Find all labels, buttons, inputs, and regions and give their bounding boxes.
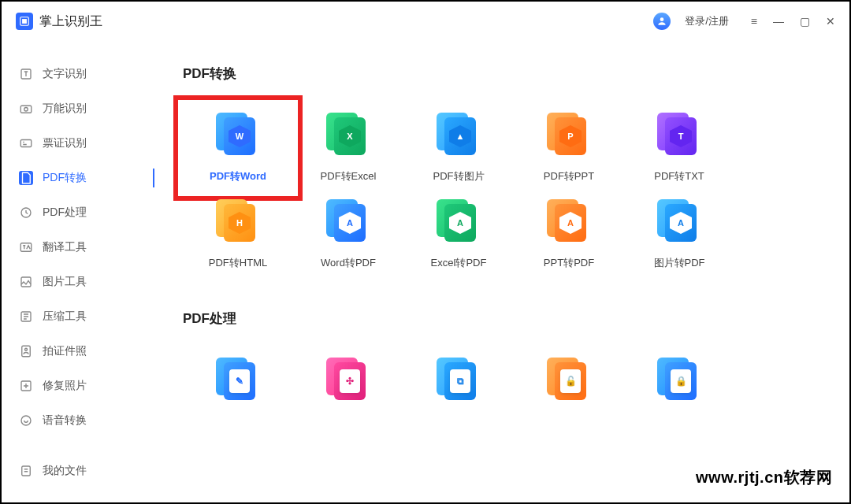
word-pdf-icon: A: [326, 199, 370, 243]
card-word-to-pdf[interactable]: A Word转PDF: [293, 191, 403, 278]
camera-icon: [19, 102, 33, 116]
sidebar-item-image-tools[interactable]: 图片工具: [2, 265, 154, 299]
sidebar: 文字识别 万能识别 票证识别 PDF转换 PDF处理 翻译工具 图片工具 压缩: [2, 41, 155, 502]
pdf-html-icon: H: [216, 199, 260, 243]
ticket-icon: [19, 136, 33, 150]
card-pdf-lock[interactable]: 🔒: [624, 350, 734, 410]
card-label: PDF转HTML: [209, 256, 267, 270]
sidebar-item-label: 拍证件照: [43, 344, 87, 358]
pdf-merge-icon: ⧉: [437, 358, 481, 402]
sidebar-item-label: 我的文件: [43, 464, 87, 478]
card-pdf-to-excel[interactable]: X PDF转Excel: [293, 105, 403, 191]
app-logo: [16, 13, 33, 30]
maximize-button[interactable]: ▢: [800, 15, 810, 28]
text-icon: [19, 67, 33, 81]
sidebar-item-label: 图片工具: [43, 275, 87, 289]
card-label: 图片转PDF: [654, 256, 705, 270]
sidebar-item-label: 票证识别: [43, 136, 87, 150]
card-label: PPT转PDF: [544, 256, 594, 270]
sidebar-item-label: 压缩工具: [43, 309, 87, 324]
sidebar-item-ticket-ocr[interactable]: 票证识别: [2, 126, 154, 161]
sidebar-item-label: PDF转换: [43, 171, 87, 185]
card-pdf-split[interactable]: ✣: [293, 350, 403, 410]
image-icon: [19, 275, 33, 289]
voice-icon: [19, 413, 33, 428]
card-image-to-pdf[interactable]: A 图片转PDF: [624, 191, 734, 278]
close-button[interactable]: ✕: [826, 15, 835, 28]
card-pdf-to-word[interactable]: W PDF转Word: [183, 105, 293, 191]
sidebar-item-label: 语音转换: [43, 413, 87, 428]
svg-rect-15: [22, 466, 31, 476]
sidebar-item-my-files[interactable]: 我的文件: [2, 454, 154, 488]
svg-point-12: [25, 348, 28, 350]
svg-rect-11: [22, 346, 31, 357]
svg-rect-1: [22, 19, 27, 24]
svg-rect-4: [20, 106, 32, 113]
id-photo-icon: [19, 344, 33, 358]
card-label: PDF转图片: [433, 169, 485, 183]
pdf-txt-icon: T: [657, 113, 701, 157]
sidebar-item-label: 翻译工具: [43, 240, 87, 254]
section-title-process: PDF处理: [183, 309, 822, 328]
repair-icon: [19, 379, 33, 393]
excel-pdf-icon: A: [437, 199, 481, 243]
svg-point-5: [24, 108, 28, 112]
minimize-button[interactable]: —: [773, 15, 784, 28]
translate-icon: [19, 240, 33, 254]
card-pdf-unlock[interactable]: 🔓: [514, 350, 624, 410]
pdf-split-icon: ✣: [326, 358, 370, 402]
sidebar-item-repair-photo[interactable]: 修复照片: [2, 369, 154, 403]
pdf-edit-icon: ✎: [216, 358, 260, 402]
card-excel-to-pdf[interactable]: A Excel转PDF: [403, 191, 514, 278]
sidebar-item-label: 文字识别: [43, 67, 87, 81]
sidebar-item-compress[interactable]: 压缩工具: [2, 299, 154, 334]
sidebar-item-label: 修复照片: [43, 379, 87, 393]
card-label: PDF转Word: [210, 169, 266, 183]
card-label: PDF转Excel: [321, 169, 377, 183]
card-label: PDF转TXT: [654, 169, 704, 183]
watermark-text: www.rjtj.cn软荐网: [696, 467, 832, 488]
compress-icon: [19, 309, 33, 324]
card-label: Word转PDF: [321, 256, 376, 270]
pdf-icon: [19, 171, 33, 185]
pdf-word-icon: W: [216, 113, 260, 157]
pdf-excel-icon: X: [326, 113, 370, 157]
card-ppt-to-pdf[interactable]: A PPT转PDF: [514, 191, 624, 278]
files-icon: [19, 464, 33, 478]
svg-rect-6: [20, 140, 32, 147]
process-icon: [19, 206, 33, 220]
login-link[interactable]: 登录/注册: [685, 14, 729, 28]
user-avatar-icon[interactable]: [653, 13, 671, 30]
card-pdf-to-ppt[interactable]: P PDF转PPT: [514, 105, 624, 191]
card-pdf-to-txt[interactable]: T PDF转TXT: [624, 105, 734, 191]
pdf-ppt-icon: P: [547, 113, 591, 157]
sidebar-item-voice[interactable]: 语音转换: [2, 403, 154, 438]
pdf-unlock-icon: 🔓: [547, 358, 591, 402]
menu-icon[interactable]: ≡: [751, 15, 757, 28]
main-content: PDF转换 W PDF转Word X PDF转Excel ▲ PDF转图片: [155, 41, 849, 502]
sidebar-item-text-ocr[interactable]: 文字识别: [2, 57, 154, 91]
sidebar-item-label: PDF处理: [43, 206, 87, 220]
pdf-image-icon: ▲: [437, 113, 481, 157]
section-title-convert: PDF转换: [183, 65, 822, 83]
app-title: 掌上识别王: [39, 13, 102, 30]
sidebar-item-id-photo[interactable]: 拍证件照: [2, 334, 154, 369]
card-pdf-merge[interactable]: ⧉: [403, 350, 514, 410]
sidebar-item-label: 万能识别: [43, 102, 87, 116]
card-label: Excel转PDF: [431, 256, 487, 270]
card-pdf-to-image[interactable]: ▲ PDF转图片: [403, 105, 514, 191]
svg-point-2: [660, 17, 664, 21]
sidebar-item-pdf-process[interactable]: PDF处理: [2, 195, 154, 230]
card-label: PDF转PPT: [544, 169, 594, 183]
ppt-pdf-icon: A: [547, 199, 591, 243]
svg-point-14: [21, 416, 31, 425]
card-pdf-edit[interactable]: ✎: [183, 350, 293, 410]
image-pdf-icon: A: [657, 199, 701, 243]
sidebar-item-universal-ocr[interactable]: 万能识别: [2, 91, 154, 126]
card-pdf-to-html[interactable]: H PDF转HTML: [183, 191, 293, 278]
pdf-lock-icon: 🔒: [657, 358, 701, 402]
sidebar-item-translate[interactable]: 翻译工具: [2, 230, 154, 265]
sidebar-item-pdf-convert[interactable]: PDF转换: [2, 161, 154, 195]
